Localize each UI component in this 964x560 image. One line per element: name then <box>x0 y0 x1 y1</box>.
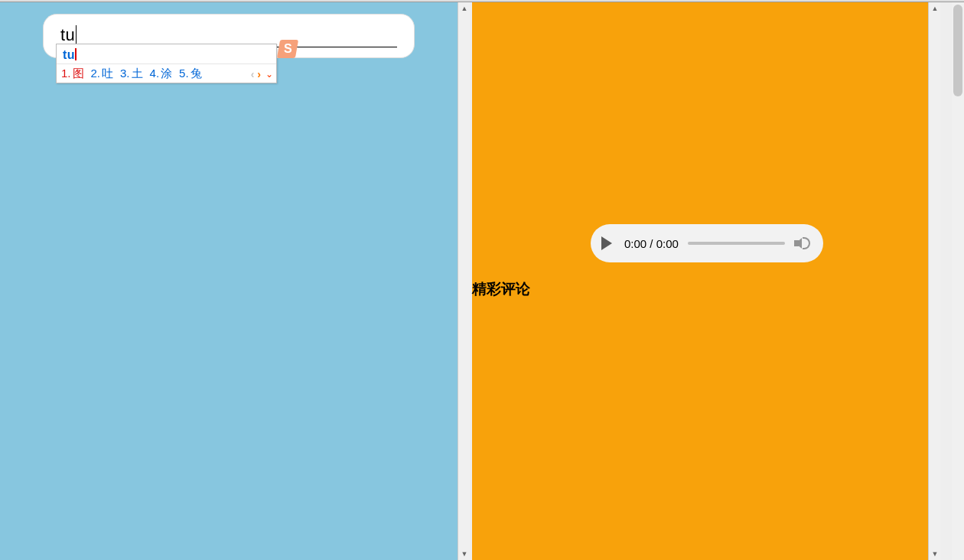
sogou-ime-logo: S <box>277 40 298 58</box>
audio-time-display: 0:00 / 0:00 <box>624 237 679 250</box>
left-pane-content: tu S tu 1. 图 2. 吐 <box>0 2 458 560</box>
scrollbar-up-icon[interactable]: ▲ <box>458 2 471 15</box>
scrollbar-thumb[interactable] <box>953 5 962 96</box>
ime-composition: tu <box>57 44 276 64</box>
ime-candidate-word: 兔 <box>191 67 202 81</box>
ime-candidate-1[interactable]: 1. 图 <box>61 67 84 81</box>
ime-candidate-word: 吐 <box>102 67 113 81</box>
ime-page-nav: ‹ › ⌄ <box>250 68 273 80</box>
ime-candidate-3[interactable]: 3. 土 <box>120 67 143 81</box>
ime-candidate-word: 图 <box>73 67 84 81</box>
sogou-ime-logo-letter: S <box>284 42 292 56</box>
ime-candidate-word: 土 <box>132 67 143 81</box>
ime-candidate-panel: S tu 1. 图 2. 吐 3. 土 <box>56 44 277 83</box>
ime-composition-text: tu <box>63 48 75 61</box>
ime-candidate-num: 5. <box>179 67 189 81</box>
ime-next-page[interactable]: › <box>256 68 262 80</box>
ime-candidate-row: 1. 图 2. 吐 3. 土 4. 涂 <box>57 64 276 81</box>
right-inner-scrollbar[interactable]: ▲ ▼ <box>928 2 940 560</box>
ime-candidate-word: 涂 <box>161 67 172 81</box>
scrollbar-thumb[interactable] <box>460 15 469 548</box>
scrollbar-down-icon[interactable]: ▼ <box>929 548 941 560</box>
right-pane: 0:00 / 0:00 精彩评论 ▲ ▼ <box>472 2 964 560</box>
right-outer-scrollbar[interactable] <box>952 2 964 560</box>
text-caret <box>76 25 77 44</box>
scrollbar-up-icon[interactable]: ▲ <box>929 2 941 15</box>
ime-candidate-num: 2. <box>91 67 101 81</box>
right-pane-content: 0:00 / 0:00 精彩评论 ▲ ▼ <box>472 2 940 560</box>
search-input-value: tu <box>60 25 75 44</box>
ime-prev-page[interactable]: ‹ <box>250 68 256 80</box>
left-scrollbar[interactable]: ▲ ▼ <box>458 2 470 560</box>
ime-candidate-4[interactable]: 4. 涂 <box>150 67 173 81</box>
ime-candidate-num: 4. <box>150 67 160 81</box>
scrollbar-down-icon[interactable]: ▼ <box>458 548 471 560</box>
volume-icon[interactable] <box>794 236 809 251</box>
ime-candidate-num: 3. <box>120 67 130 81</box>
audio-player[interactable]: 0:00 / 0:00 <box>591 224 823 262</box>
ime-composition-caret <box>75 48 77 60</box>
play-icon[interactable] <box>601 236 612 250</box>
ime-candidate-num: 1. <box>61 67 71 81</box>
ime-menu-dropdown-icon[interactable]: ⌄ <box>263 69 273 80</box>
audio-seek-slider[interactable] <box>688 242 785 245</box>
left-pane: tu S tu 1. 图 2. 吐 <box>0 2 470 560</box>
split-container: tu S tu 1. 图 2. 吐 <box>0 2 964 560</box>
ime-candidate-2[interactable]: 2. 吐 <box>91 67 114 81</box>
ime-candidate-5[interactable]: 5. 兔 <box>179 67 202 81</box>
comments-heading: 精彩评论 <box>472 279 530 299</box>
